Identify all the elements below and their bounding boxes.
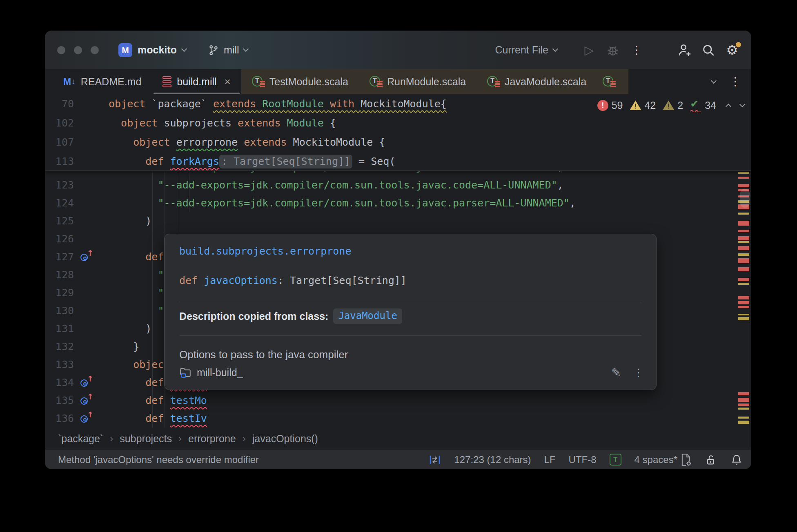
- error-stripe-mark[interactable]: [738, 230, 749, 232]
- more-actions-button[interactable]: ⋮: [628, 42, 645, 58]
- code-token: "--add-exports=jdk.compiler/com.sun.tool…: [158, 197, 569, 209]
- error-stripe-mark[interactable]: [738, 296, 749, 299]
- code-text[interactable]: def forkArgs: Target[Seq[String]] = Seq(: [109, 152, 395, 171]
- warning-count-group[interactable]: ! 42: [630, 100, 656, 111]
- code-text[interactable]: ): [109, 212, 151, 230]
- divider: [179, 335, 641, 336]
- code-token: RootModule: [262, 98, 330, 110]
- tab-TestModule.scala[interactable]: TTestModule.scala: [241, 69, 359, 94]
- code-token: extends: [238, 117, 287, 129]
- error-stripe-mark[interactable]: [738, 278, 749, 281]
- weak-warning-count-group[interactable]: ! 2: [663, 100, 683, 111]
- scrollbar-thumb[interactable]: [740, 189, 750, 208]
- code-text[interactable]: object subprojects extends Module {: [109, 113, 336, 133]
- run-button[interactable]: ▷: [581, 42, 597, 58]
- previous-problem-icon[interactable]: [726, 104, 731, 109]
- gutter-override-icon[interactable]: ↑: [80, 251, 93, 264]
- error-stripe-mark[interactable]: [738, 246, 749, 250]
- error-stripe-mark[interactable]: [738, 213, 749, 215]
- error-stripe-mark[interactable]: [738, 177, 749, 179]
- titlebar: M mockito mill Current File: [45, 31, 751, 69]
- error-stripe-mark[interactable]: [738, 172, 749, 174]
- indent-widget[interactable]: 4 spaces*: [634, 453, 692, 466]
- edit-source-icon[interactable]: ✎: [612, 366, 621, 379]
- error-stripe-mark[interactable]: [738, 253, 749, 256]
- breadcrumb-item[interactable]: javacOptions(): [252, 433, 318, 445]
- error-stripe-mark[interactable]: [738, 408, 749, 410]
- type-highlighting-widget[interactable]: T: [610, 454, 621, 466]
- tab-options-icon[interactable]: ⋮: [730, 76, 741, 87]
- tab-JavaModule.scala[interactable]: TJavaModule.scala: [476, 69, 597, 94]
- error-stripe-mark[interactable]: [738, 301, 749, 304]
- encoding-widget[interactable]: UTF-8: [569, 454, 597, 466]
- error-stripe-mark[interactable]: [738, 184, 749, 187]
- line-number: 113: [45, 152, 74, 171]
- error-stripe-mark[interactable]: [738, 221, 749, 226]
- bell-icon[interactable]: [730, 454, 743, 466]
- error-stripe-mark[interactable]: [738, 398, 749, 402]
- tab-build.mill[interactable]: build.mill×: [152, 69, 241, 94]
- tab-RunModule.scala[interactable]: TRunModule.scala: [359, 69, 476, 94]
- tab-overflow[interactable]: T: [597, 69, 628, 94]
- error-stripe-mark[interactable]: [738, 306, 749, 308]
- popup-more-icon[interactable]: ⋮: [633, 366, 644, 379]
- maximize-window-icon[interactable]: [91, 46, 99, 54]
- gutter-override-icon[interactable]: ↑: [80, 412, 93, 426]
- code-token: [238, 136, 244, 148]
- code-token: object: [109, 98, 151, 110]
- settings-button[interactable]: ⚙: [724, 42, 740, 58]
- vcs-branch-widget[interactable]: mill: [208, 31, 248, 69]
- source-class-chip[interactable]: JavaModule: [333, 308, 402, 324]
- error-stripe-mark[interactable]: [738, 283, 749, 285]
- code-text[interactable]: object `package` extends RootModule with…: [109, 94, 447, 113]
- next-problem-icon[interactable]: [739, 101, 745, 107]
- close-tab-icon[interactable]: ×: [225, 76, 231, 87]
- error-stripe-mark[interactable]: [738, 417, 749, 419]
- show-hidden-tabs-icon[interactable]: [711, 78, 717, 83]
- code-text[interactable]: object errorprone extends MockitoModule …: [109, 133, 385, 152]
- project-widget[interactable]: M mockito: [118, 31, 186, 69]
- module-name: mill-build_: [197, 367, 243, 379]
- error-stripe-mark[interactable]: [738, 267, 749, 271]
- error-stripe-mark[interactable]: [738, 236, 749, 240]
- debug-button[interactable]: [605, 42, 621, 58]
- error-stripe-mark[interactable]: [738, 317, 749, 320]
- error-count-group[interactable]: ! 59: [597, 100, 623, 111]
- code-with-me-button[interactable]: [677, 42, 693, 58]
- error-stripe-mark[interactable]: [738, 314, 749, 315]
- caret-position-widget[interactable]: 127:23 (12 chars): [454, 454, 531, 466]
- caret-move-icon[interactable]: [429, 454, 441, 466]
- code-text[interactable]: "--add-exports=jdk.compiler/com.sun.tool…: [109, 176, 563, 194]
- error-stripe-mark[interactable]: [738, 258, 749, 263]
- code-text[interactable]: "--add-exports=jdk.compiler/com.sun.tool…: [109, 171, 563, 176]
- code-text[interactable]: def testMo: [109, 392, 207, 410]
- error-stripe-mark[interactable]: [738, 392, 749, 395]
- typo-count-group[interactable]: ✔ 34: [690, 99, 716, 111]
- error-stripe-mark[interactable]: [738, 241, 749, 243]
- breadcrumb-item[interactable]: subprojects: [120, 433, 172, 445]
- line-ending-widget[interactable]: LF: [544, 454, 556, 466]
- code-line: 135↑ def testMo: [45, 392, 751, 410]
- code-token: ,: [570, 197, 576, 209]
- error-stripe-mark[interactable]: [738, 421, 749, 424]
- inspections-widget[interactable]: ! 59 ! 42 ! 2 ✔ 34: [597, 98, 744, 113]
- code-text[interactable]: "--add-exports=jdk.compiler/com.sun.tool…: [109, 194, 576, 212]
- tab-README.md[interactable]: M↓README.md: [53, 69, 152, 94]
- error-stripe-mark[interactable]: [738, 403, 749, 406]
- scala-trait-icon: T: [603, 75, 615, 88]
- run-configuration-selector[interactable]: Current File: [495, 44, 557, 56]
- code-text[interactable]: def testIv: [109, 410, 207, 428]
- minimize-window-icon[interactable]: [74, 46, 82, 54]
- close-window-icon[interactable]: [57, 46, 65, 54]
- unlocked-icon[interactable]: [705, 454, 717, 466]
- breadcrumb-item[interactable]: errorprone: [188, 433, 236, 445]
- code-text[interactable]: }: [109, 338, 139, 356]
- description-source-label: Description copied from class:: [179, 310, 328, 322]
- code-text[interactable]: ): [109, 320, 151, 338]
- code-token: object: [121, 117, 164, 129]
- documentation-path-link[interactable]: build.subprojects.errorprone: [179, 245, 351, 258]
- search-everywhere-button[interactable]: [700, 42, 717, 58]
- gutter-override-icon[interactable]: ↑: [80, 395, 93, 408]
- gutter-override-icon[interactable]: ↑: [80, 377, 93, 390]
- breadcrumb-item[interactable]: `package`: [58, 433, 103, 445]
